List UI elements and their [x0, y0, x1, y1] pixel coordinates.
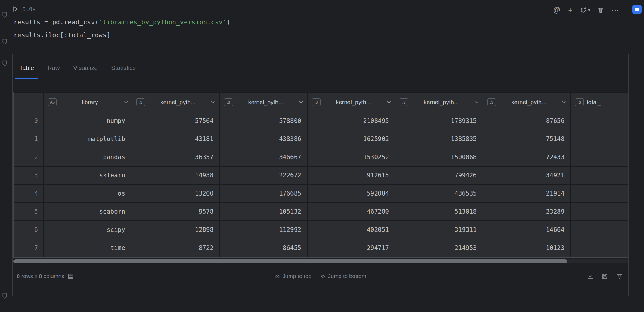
cell-value[interactable]: 1500068	[395, 148, 483, 166]
code-editor[interactable]: results = pd.read_csv('libraries_by_pyth…	[13, 16, 230, 42]
cell-value[interactable]: 86455	[220, 239, 307, 257]
table-row[interactable]: 1 matplotlib 43181 438386 1625902 138583…	[14, 130, 628, 148]
cell-value[interactable]: 176685	[220, 184, 307, 203]
delete-cell-icon[interactable]	[598, 7, 604, 13]
run-cell-icon[interactable]	[13, 6, 18, 12]
cell-value[interactable]: 467280	[307, 203, 395, 221]
scrollbar-thumb[interactable]	[13, 259, 567, 263]
grid-icon[interactable]	[68, 273, 74, 279]
cell-value[interactable]: 14664	[483, 221, 571, 239]
cell-value[interactable]: 592084	[307, 184, 395, 203]
jump-to-bottom-link[interactable]: Jump to bottom	[320, 273, 366, 280]
cell-value[interactable]: 799426	[395, 166, 483, 184]
chevron-down-icon[interactable]	[211, 101, 216, 104]
tab-visualize[interactable]: Visualize	[69, 64, 102, 79]
cell-library[interactable]: numpy	[44, 112, 132, 130]
download-icon[interactable]	[587, 273, 593, 280]
column-header-kernel-3[interactable]: .3kernel_pyth...	[307, 92, 395, 112]
cell-library[interactable]: seaborn	[44, 203, 132, 221]
more-options-icon[interactable]: ⋯	[612, 6, 619, 14]
restart-kernel-button[interactable]: ▾	[580, 6, 590, 14]
table-row[interactable]: 6 scipy 12898 112992 402051 319311 14664	[14, 221, 628, 239]
index-column-header[interactable]	[14, 92, 44, 112]
cell-value[interactable]: 9578	[132, 203, 220, 221]
cell-value[interactable]: 105132	[220, 203, 307, 221]
cell-value-clipped[interactable]	[571, 148, 628, 166]
chevron-down-icon[interactable]	[299, 101, 304, 104]
cell-library[interactable]: matplotlib	[44, 130, 132, 148]
tab-statistics[interactable]: Statistics	[107, 64, 140, 79]
table-row[interactable]: 7 time 8722 86455 294717 214953 10123	[14, 239, 628, 257]
chevron-down-icon[interactable]	[386, 101, 391, 104]
cell-library[interactable]: pandas	[44, 148, 132, 166]
add-cell-icon[interactable]: +	[568, 6, 572, 14]
cell-value[interactable]: 36357	[132, 148, 220, 166]
horizontal-scrollbar[interactable]	[13, 259, 628, 263]
cell-value[interactable]: 43181	[132, 130, 220, 148]
cell-value[interactable]: 402051	[307, 221, 395, 239]
cell-value[interactable]: 23289	[483, 203, 571, 221]
cell-value-clipped[interactable]	[571, 203, 628, 221]
column-header-total[interactable]: .3total_	[571, 92, 628, 112]
table-row[interactable]: 0 numpy 57564 578800 2108495 1739315 876…	[14, 112, 628, 130]
cell-value-clipped[interactable]	[571, 130, 628, 148]
cell-value[interactable]: 222672	[220, 166, 307, 184]
cell-value[interactable]: 578800	[220, 112, 307, 130]
chevron-down-icon[interactable]	[123, 101, 128, 104]
column-header-kernel-4[interactable]: .3kernel_pyth...	[395, 92, 483, 112]
tab-table[interactable]: Table	[15, 64, 38, 79]
tab-raw[interactable]: Raw	[43, 64, 64, 79]
cell-library[interactable]: time	[44, 239, 132, 257]
cell-value[interactable]: 10123	[483, 239, 571, 257]
cell-value[interactable]: 72433	[483, 148, 571, 166]
table-row[interactable]: 3 sklearn 14938 222672 912615 799426 349…	[14, 166, 628, 184]
cell-marker-icon[interactable]	[1, 60, 8, 67]
cell-value[interactable]: 13200	[132, 184, 220, 203]
cell-library[interactable]: os	[44, 184, 132, 203]
column-header-kernel-2[interactable]: .3kernel_pyth...	[220, 92, 307, 112]
mention-icon[interactable]: @	[553, 6, 560, 14]
cell-value[interactable]: 1385835	[395, 130, 483, 148]
save-icon[interactable]	[602, 273, 608, 280]
cell-library[interactable]: scipy	[44, 221, 132, 239]
chevron-down-icon[interactable]	[474, 101, 479, 104]
cell-value[interactable]: 21914	[483, 184, 571, 203]
cell-marker-icon[interactable]	[1, 38, 8, 45]
cell-value-clipped[interactable]	[571, 239, 628, 257]
column-header-kernel-5[interactable]: .3kernel_pyth...	[483, 92, 571, 112]
table-row[interactable]: 4 os 13200 176685 592084 436535 21914	[14, 184, 628, 203]
cell-value-clipped[interactable]	[571, 166, 628, 184]
cell-library[interactable]: sklearn	[44, 166, 132, 184]
cell-value[interactable]: 8722	[132, 239, 220, 257]
cell-value[interactable]: 12898	[132, 221, 220, 239]
table-row[interactable]: 5 seaborn 9578 105132 467280 513018 2328…	[14, 203, 628, 221]
cell-value[interactable]: 214953	[395, 239, 483, 257]
cell-value-clipped[interactable]	[571, 112, 628, 130]
cell-value[interactable]: 912615	[307, 166, 395, 184]
chevron-down-icon[interactable]	[562, 101, 567, 104]
cell-value[interactable]: 112992	[220, 221, 307, 239]
column-header-library[interactable]: Ablibrary	[44, 92, 132, 112]
column-header-kernel-1[interactable]: .3kernel_pyth...	[132, 92, 220, 112]
cell-value[interactable]: 294717	[307, 239, 395, 257]
cell-value[interactable]: 346667	[220, 148, 307, 166]
cell-value[interactable]: 436535	[395, 184, 483, 203]
cell-value-clipped[interactable]	[571, 184, 628, 203]
cell-value[interactable]: 34921	[483, 166, 571, 184]
cell-value[interactable]: 2108495	[307, 112, 395, 130]
jump-to-top-link[interactable]: Jump to top	[275, 273, 311, 280]
cell-marker-icon[interactable]	[1, 292, 8, 299]
cell-value[interactable]: 1625902	[307, 130, 395, 148]
cell-value[interactable]: 87656	[483, 112, 571, 130]
table-row[interactable]: 2 pandas 36357 346667 1530252 1500068 72…	[14, 148, 628, 166]
filter-icon[interactable]	[616, 273, 623, 280]
cell-value[interactable]: 438386	[220, 130, 307, 148]
cell-marker-icon[interactable]	[1, 11, 8, 18]
cell-value[interactable]: 14938	[132, 166, 220, 184]
cell-value[interactable]: 1530252	[307, 148, 395, 166]
cell-value[interactable]: 1739315	[395, 112, 483, 130]
cell-value[interactable]: 75148	[483, 130, 571, 148]
cell-value-clipped[interactable]	[571, 221, 628, 239]
cell-value[interactable]: 319311	[395, 221, 483, 239]
cell-value[interactable]: 57564	[132, 112, 220, 130]
